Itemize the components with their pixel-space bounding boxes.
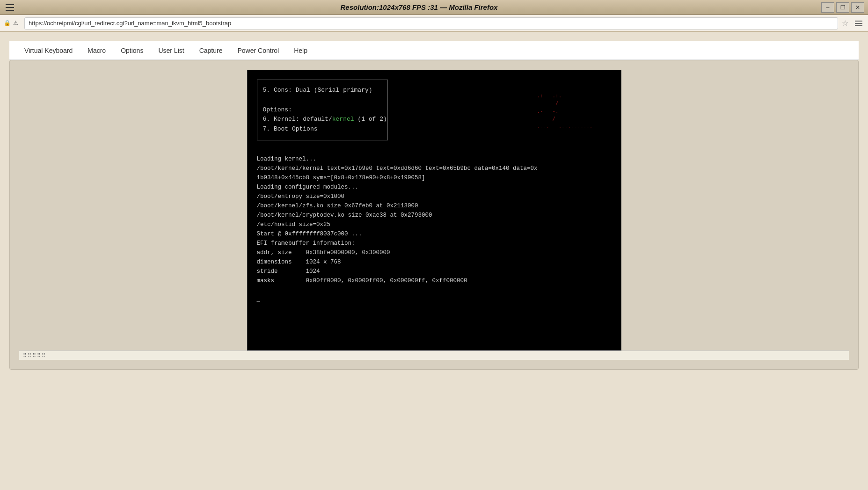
boot-menu-line3: Options:	[263, 105, 382, 115]
address-bar: 🔒 ⚠ https://ochreipmi/cgi/url_redirect.c…	[0, 15, 868, 32]
boot-log: Loading kernel... /boot/kernel/kernel te…	[257, 154, 612, 304]
dots-decoration: .: .:. / .- -. / .--. .--.------.	[537, 84, 592, 131]
menu-capture[interactable]: Capture	[192, 43, 230, 58]
boot-menu-line4: 6. Kernel: default/kernel (1 of 2)	[263, 115, 382, 124]
close-button[interactable]: ✕	[851, 2, 864, 13]
restore-button[interactable]: ❐	[836, 2, 849, 13]
browser-menu-icon[interactable]	[855, 19, 864, 28]
menu-macro[interactable]: Macro	[80, 43, 113, 58]
minimize-button[interactable]: –	[821, 2, 834, 13]
window-controls: – ❐ ✕	[821, 2, 864, 13]
kernel-highlight: kernel	[332, 116, 354, 123]
menu-help[interactable]: Help	[286, 43, 315, 58]
kvm-container: 5. Cons: Dual (Serial primary) Options: …	[9, 60, 859, 370]
menu-user-list[interactable]: User List	[151, 43, 191, 58]
keyboard-icon: ⠿⠿⠿⠿⠿	[23, 352, 46, 358]
keyboard-bar: ⠿⠿⠿⠿⠿	[19, 351, 849, 360]
security-icons: 🔒 ⚠	[4, 20, 21, 27]
lock-icon: 🔒	[4, 20, 11, 27]
url-text: https://ochreipmi/cgi/url_redirect.cgi?u…	[29, 20, 231, 27]
menubar: Virtual Keyboard Macro Options User List…	[9, 41, 859, 60]
boot-menu-line2	[263, 95, 382, 105]
boot-menu-line5: 7. Boot Options	[263, 124, 382, 134]
url-bar[interactable]: https://ochreipmi/cgi/url_redirect.cgi?u…	[24, 17, 838, 29]
menu-power-control[interactable]: Power Control	[230, 43, 286, 58]
warning-icon: ⚠	[13, 20, 21, 27]
menu-button[interactable]	[4, 1, 17, 14]
window-title: Resolution:1024x768 FPS :31 — Mozilla Fi…	[17, 3, 821, 11]
bookmark-icon[interactable]: ☆	[842, 19, 851, 28]
menu-options[interactable]: Options	[113, 43, 151, 58]
terminal-cursor: _	[257, 296, 261, 303]
boot-menu-box: 5. Cons: Dual (Serial primary) Options: …	[257, 80, 388, 140]
titlebar: Resolution:1024x768 FPS :31 — Mozilla Fi…	[0, 0, 868, 15]
terminal-screen[interactable]: 5. Cons: Dual (Serial primary) Options: …	[247, 70, 621, 351]
boot-menu-line1: 5. Cons: Dual (Serial primary)	[263, 86, 382, 95]
main-content: Virtual Keyboard Macro Options User List…	[0, 32, 868, 490]
menu-virtual-keyboard[interactable]: Virtual Keyboard	[17, 43, 80, 58]
